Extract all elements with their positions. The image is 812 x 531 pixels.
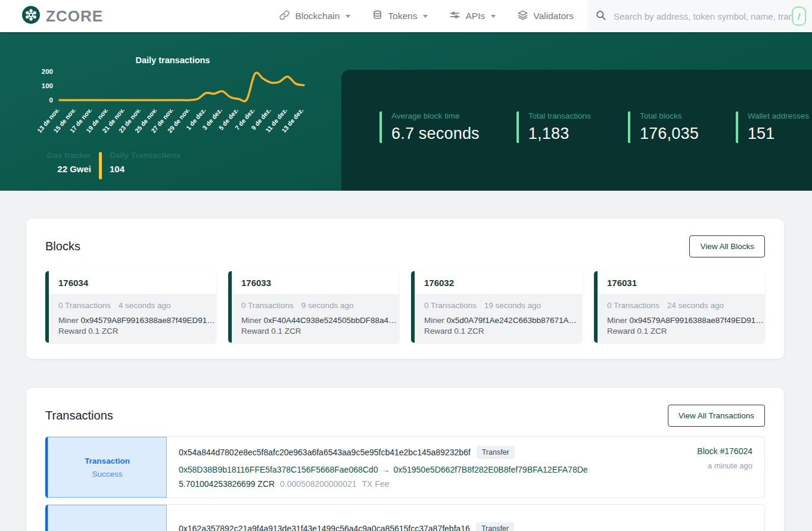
stat-label: Total transactions	[528, 111, 591, 120]
stat-value: 176,035	[640, 125, 699, 143]
nav-label: Blockchain	[295, 11, 340, 21]
block-tx-count: 0 Transactions	[58, 301, 111, 310]
brand-logo[interactable]: ZCORE	[21, 5, 103, 27]
nav-item-validators[interactable]: Validators	[517, 10, 574, 23]
transaction-fee-label: TX Fee	[362, 479, 389, 489]
zcore-logo-icon	[21, 5, 41, 27]
main-navigation: Blockchain Tokens APIs	[279, 10, 574, 23]
top-navbar: ZCORE Blockchain Tokens	[0, 0, 812, 33]
chain-link-icon	[279, 10, 290, 23]
nav-item-apis[interactable]: APIs	[449, 10, 496, 23]
reward-label: Reward	[607, 327, 635, 336]
miner-label: Miner	[607, 316, 627, 325]
coins-icon	[372, 10, 383, 23]
brand-name: ZCORE	[46, 7, 103, 26]
miner-address-link[interactable]: 0x94579A8F9916388ae87f49ED91…	[630, 316, 764, 325]
block-reward: 0.1 ZCR	[637, 327, 667, 336]
block-number-link[interactable]: 176034	[58, 278, 88, 288]
svg-text:200: 200	[42, 68, 53, 75]
from-address-link[interactable]: 0x58D38B9b18116FFE5fa378C156F5668Fae068C…	[179, 465, 378, 474]
nav-label: Tokens	[388, 11, 417, 21]
reward-label: Reward	[58, 327, 86, 336]
search-icon	[595, 10, 606, 23]
block-age: 4 seconds ago	[119, 301, 171, 310]
stat-label: Total blocks	[640, 111, 699, 120]
gas-tracker-label: Gas tracker	[46, 151, 91, 160]
block-reward: 0.1 ZCR	[454, 327, 484, 336]
nav-label: Validators	[533, 11, 574, 21]
reward-label: Reward	[424, 327, 452, 336]
block-reward: 0.1 ZCR	[88, 327, 118, 336]
hero-substats: Gas tracker 22 Gwei Daily Transactions 1…	[46, 151, 181, 179]
svg-text:100: 100	[42, 82, 53, 89]
daily-transactions-label: Daily Transactions	[110, 151, 181, 160]
miner-address-link[interactable]: 0x94579A8F9916388ae87f49ED91…	[81, 316, 215, 325]
nav-item-tokens[interactable]: Tokens	[372, 10, 428, 23]
sliders-icon	[449, 10, 461, 23]
transaction-hash-link[interactable]: 0x162a357892c21a9f4a913de31f43e1499c56a4…	[179, 524, 470, 531]
nav-label: APIs	[465, 11, 485, 21]
transactions-section: Transactions View All Transactions Trans…	[26, 388, 784, 531]
blocks-section: Blocks View All Blocks 176034 0 Transact…	[26, 219, 784, 359]
stat-wallet-addresses: Wallet addresses 151	[736, 111, 809, 143]
latest-blocks-grid: 176034 0 Transactions4 seconds ago Miner…	[45, 271, 765, 343]
block-link[interactable]: Block #176024	[657, 446, 752, 456]
transaction-type-label: Transaction	[85, 457, 130, 465]
block-tx-count: 0 Transactions	[607, 301, 659, 310]
transaction-age: a minute ago	[657, 461, 752, 470]
stat-average-block-time: Average block time 6.7 seconds	[379, 111, 480, 143]
gold-divider	[99, 152, 102, 179]
block-card: 176032 0 Transactions19 seconds ago Mine…	[411, 271, 582, 343]
transfer-badge: Transfer	[476, 522, 514, 531]
transactions-title: Transactions	[45, 409, 113, 423]
daily-transactions-chart: 010020013 de nov.15 de nov.17 de nov.19 …	[33, 65, 313, 154]
transfer-badge: Transfer	[477, 446, 515, 459]
chevron-down-icon	[346, 15, 350, 18]
daily-transactions-stat: Daily Transactions 104	[110, 151, 181, 174]
miner-address-link[interactable]: 0xF40A44C938e524505bbDF88a4…	[264, 316, 397, 325]
block-number-link[interactable]: 176031	[607, 278, 637, 288]
stat-value: 6.7 seconds	[391, 125, 480, 143]
daily-transactions-value: 104	[110, 164, 181, 174]
block-tx-count: 0 Transactions	[241, 301, 294, 310]
block-age: 19 seconds ago	[484, 301, 541, 310]
miner-address-link[interactable]: 0x5d0A79f1Ae242C663bb87671A…	[447, 316, 577, 325]
stat-label: Average block time	[391, 111, 480, 120]
transaction-hash-link[interactable]: 0x54a844d7802e8ec5f8afc20e963a6fa6543aa9…	[179, 448, 471, 457]
block-reward: 0.1 ZCR	[271, 327, 301, 336]
search-bar: /	[587, 0, 812, 32]
stat-total-transactions: Total transactions 1,183	[517, 111, 591, 143]
layers-icon	[517, 10, 528, 23]
slash-shortcut-badge: /	[792, 7, 806, 26]
block-age: 24 seconds ago	[667, 301, 724, 310]
transaction-status-box	[48, 505, 167, 531]
transaction-row: Transaction Success 0x54a844d7802e8ec5f8…	[45, 436, 765, 498]
block-age: 9 seconds ago	[301, 301, 354, 310]
stat-value: 1,183	[528, 125, 591, 143]
block-card: 176031 0 Transactions24 seconds ago Mine…	[594, 271, 765, 343]
view-all-blocks-button[interactable]: View All Blocks	[689, 235, 765, 257]
search-input[interactable]	[612, 11, 804, 22]
hero-section: Daily transactions 010020013 de nov.15 d…	[0, 33, 812, 191]
transaction-row: 0x162a357892c21a9f4a913de31f43e1499c56a4…	[45, 504, 765, 531]
nav-item-blockchain[interactable]: Blockchain	[279, 10, 350, 23]
to-address-link[interactable]: 0x51950e5D662f7B8f282E0B8fef79BFA12EFA78…	[393, 465, 587, 474]
gas-tracker-value: 22 Gwei	[46, 164, 91, 174]
stat-value: 151	[748, 125, 809, 143]
blocks-title: Blocks	[45, 240, 80, 253]
miner-label: Miner	[58, 316, 79, 325]
gas-tracker: Gas tracker 22 Gwei	[46, 151, 91, 174]
svg-text:0: 0	[49, 97, 53, 104]
transaction-status-badge: Success	[92, 470, 122, 479]
block-number-link[interactable]: 176033	[241, 278, 271, 288]
miner-label: Miner	[424, 316, 444, 325]
arrow-right-icon: →	[381, 465, 390, 474]
chart-title: Daily transactions	[33, 55, 313, 65]
transaction-fee: 0.000508200000021	[280, 479, 356, 489]
chevron-down-icon	[423, 15, 428, 18]
view-all-transactions-button[interactable]: View All Transactions	[668, 405, 765, 427]
block-number-link[interactable]: 176032	[424, 278, 454, 288]
block-card: 176034 0 Transactions4 seconds ago Miner…	[45, 271, 216, 343]
transaction-value: 5.701004253826699 ZCR	[179, 479, 275, 489]
miner-label: Miner	[241, 316, 262, 325]
